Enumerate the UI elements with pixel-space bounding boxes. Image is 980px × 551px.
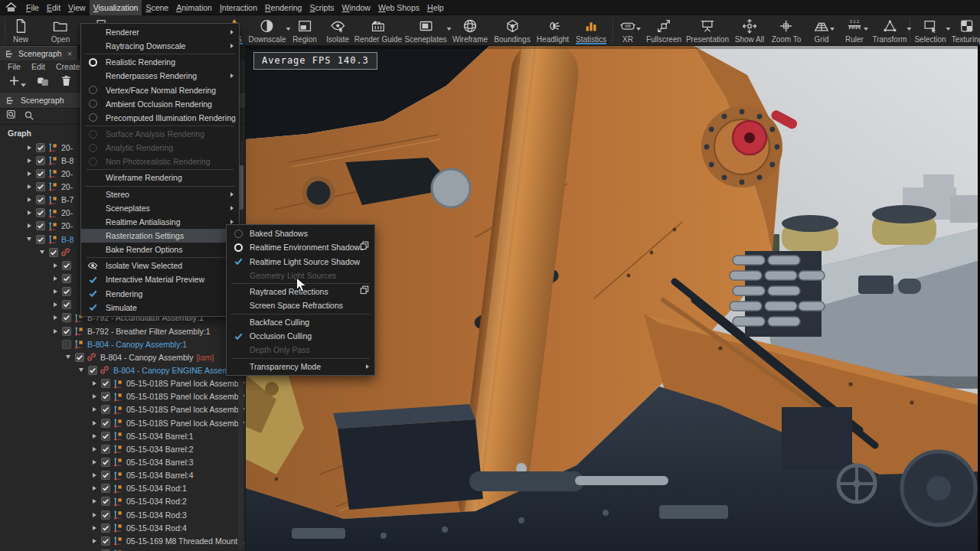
tree-row[interactable]: 05-15-034 Barrel:4 bbox=[0, 469, 246, 482]
menu-item-baked-shadows[interactable]: Baked Shadows bbox=[227, 227, 374, 240]
tree-row[interactable]: 05-15-034 Rod:4 bbox=[0, 521, 246, 534]
expand-arrow-icon[interactable] bbox=[24, 210, 34, 215]
expand-arrow-icon[interactable] bbox=[24, 223, 34, 228]
expand-arrow-icon[interactable] bbox=[90, 513, 99, 517]
expand-arrow-icon[interactable] bbox=[24, 197, 34, 202]
visibility-checkbox[interactable] bbox=[101, 510, 110, 520]
toolbar-zoom-to-button[interactable]: Zoom To bbox=[769, 17, 804, 44]
tree-row[interactable]: 05-15-018S Panel lock Assembly:1 bbox=[0, 377, 246, 390]
expand-arrow-icon[interactable] bbox=[90, 473, 99, 478]
tree-row[interactable]: B-792 - Breather Filter Assembly:1 bbox=[0, 324, 246, 337]
menu-item-backface-culling[interactable]: Backface Culling bbox=[227, 315, 374, 329]
menubar-item-scripts[interactable]: Scripts bbox=[305, 0, 338, 15]
menu-item-vertex-face-normal-rendering[interactable]: Vertex/Face Normal Rendering bbox=[81, 83, 239, 97]
menu-item-realtime-antialiasing[interactable]: Realtime Antialiasing bbox=[81, 215, 239, 229]
expand-arrow-icon[interactable] bbox=[90, 526, 99, 530]
toolbar-texturing-button[interactable]: Texturing bbox=[949, 17, 980, 44]
toolbar-isolate-button[interactable]: Isolate bbox=[324, 17, 351, 44]
expand-arrow-icon[interactable] bbox=[90, 539, 99, 543]
menu-item-realtime-light-source-shadow[interactable]: Realtime Light Source Shadow bbox=[227, 255, 374, 269]
expand-arrow-icon[interactable] bbox=[90, 421, 99, 425]
tree-row[interactable]: 05-15-169 M8 Threaded Mount:2 bbox=[0, 547, 246, 551]
expand-arrow-icon[interactable] bbox=[51, 315, 60, 320]
add-node-button[interactable] bbox=[8, 74, 26, 90]
visibility-checkbox[interactable] bbox=[62, 340, 71, 349]
scenegraph-tab[interactable]: Scenegraph × bbox=[0, 46, 77, 60]
tear-off-panel-icon[interactable] bbox=[360, 240, 369, 254]
menubar-item-scene[interactable]: Scene bbox=[142, 0, 172, 15]
menu-item-sceneplates[interactable]: Sceneplates bbox=[81, 201, 239, 215]
expand-arrow-icon[interactable] bbox=[51, 289, 60, 294]
visibility-checkbox[interactable] bbox=[101, 405, 110, 414]
menu-item-realtime-environment-shadows[interactable]: Realtime Environment Shadows bbox=[227, 240, 374, 254]
menubar-item-visualization[interactable]: Visualization bbox=[90, 0, 142, 15]
expand-arrow-icon[interactable] bbox=[90, 460, 99, 465]
expand-arrow-icon[interactable] bbox=[90, 486, 99, 491]
tree-row[interactable]: 05-15-018S Panel lock Assembly:2 bbox=[0, 390, 246, 403]
toolbar-presentation-button[interactable]: Presentation bbox=[684, 17, 731, 44]
toolbar-grid-button[interactable]: Grid bbox=[811, 17, 832, 44]
menubar-item-edit[interactable]: Edit bbox=[43, 0, 64, 15]
visibility-checkbox[interactable] bbox=[36, 169, 45, 178]
visibility-checkbox[interactable] bbox=[101, 392, 110, 401]
expand-arrow-icon[interactable] bbox=[90, 394, 99, 399]
menu-item-stereo[interactable]: Stereo bbox=[81, 187, 239, 201]
toolbar-region-button[interactable]: Region bbox=[290, 17, 319, 44]
toolbar-sceneplates-button[interactable]: Sceneplates bbox=[402, 17, 449, 44]
visibility-checkbox[interactable] bbox=[101, 458, 110, 467]
toolbar-new-button[interactable]: New bbox=[10, 17, 31, 44]
tab-close-icon[interactable]: × bbox=[67, 49, 72, 58]
expand-arrow-icon[interactable] bbox=[51, 276, 60, 281]
scenegraph-menu-file[interactable]: File bbox=[8, 62, 21, 71]
expand-arrow-icon[interactable] bbox=[24, 158, 34, 163]
visibility-checkbox[interactable] bbox=[101, 432, 110, 441]
dropdown-arrow-icon[interactable] bbox=[830, 28, 835, 31]
dropdown-arrow-icon[interactable] bbox=[864, 28, 868, 31]
delete-button[interactable] bbox=[60, 74, 73, 90]
menu-item-realistic-rendering[interactable]: Realistic Rendering bbox=[81, 55, 239, 69]
menu-item-isolate-view-selected[interactable]: Isolate View Selected bbox=[81, 259, 239, 272]
scenegraph-menu-edit[interactable]: Edit bbox=[31, 62, 45, 71]
toolbar-statistics-button[interactable]: Statistics bbox=[573, 17, 609, 44]
menubar-item-web-shops[interactable]: Web Shops bbox=[374, 0, 423, 15]
visibility-checkbox[interactable] bbox=[101, 445, 110, 454]
expand-arrow-icon[interactable] bbox=[90, 407, 99, 412]
menu-item-bake-render-options[interactable]: Bake Render Options bbox=[81, 243, 239, 256]
expand-arrow-icon[interactable] bbox=[51, 263, 60, 268]
visibility-checkbox[interactable] bbox=[101, 523, 110, 533]
tree-row[interactable]: 05-15-034 Rod:1 bbox=[0, 482, 246, 495]
visibility-checkbox[interactable] bbox=[62, 313, 71, 322]
visibility-checkbox[interactable] bbox=[101, 536, 110, 546]
visibility-checkbox[interactable] bbox=[62, 261, 71, 270]
home-icon[interactable] bbox=[5, 2, 19, 14]
menubar-item-rendering[interactable]: Rendering bbox=[261, 0, 305, 15]
menu-item-ambient-occlusion-rendering[interactable]: Ambient Occlusion Rendering bbox=[81, 97, 239, 111]
visibility-checkbox[interactable] bbox=[101, 471, 110, 480]
menubar-item-help[interactable]: Help bbox=[423, 0, 448, 15]
visibility-checkbox[interactable] bbox=[36, 143, 45, 152]
toolbar-selection-button[interactable]: Selection bbox=[912, 17, 948, 44]
expand-arrow-icon[interactable] bbox=[90, 381, 99, 386]
menu-item-rendering[interactable]: Rendering bbox=[81, 287, 239, 301]
tree-row[interactable]: 05-15-034 Rod:3 bbox=[0, 508, 246, 521]
tree-row[interactable]: B-804 - Canopy Assembly:1 bbox=[0, 337, 246, 350]
visibility-checkbox[interactable] bbox=[36, 235, 45, 244]
visibility-checkbox[interactable] bbox=[101, 379, 110, 388]
expand-arrow-icon[interactable] bbox=[51, 329, 60, 334]
visibility-checkbox[interactable] bbox=[75, 353, 84, 362]
tree-row[interactable]: 05-15-034 Barrel:1 bbox=[0, 429, 246, 442]
visibility-checkbox[interactable] bbox=[62, 300, 71, 309]
tree-row[interactable]: 05-15-034 Barrel:3 bbox=[0, 455, 246, 468]
menu-item-interactive-material-preview[interactable]: Interactive Material Preview bbox=[81, 272, 239, 286]
tree-row[interactable]: B-804 - Canopy ENGINE Assembly [ bbox=[0, 364, 246, 377]
tree-row[interactable]: 05-15-034 Barrel:2 bbox=[0, 442, 246, 455]
tree-row[interactable]: 05-15-169 M8 Threaded Mount:1 bbox=[0, 534, 246, 547]
toolbar-headlight-button[interactable]: Headlight bbox=[534, 17, 571, 44]
expand-arrow-icon[interactable] bbox=[90, 499, 99, 504]
expand-arrow-icon[interactable] bbox=[90, 447, 99, 452]
search-icon[interactable] bbox=[24, 110, 34, 124]
toolbar-show-all-button[interactable]: Show All bbox=[733, 17, 766, 44]
toolbar-transform-button[interactable]: Transform bbox=[870, 17, 909, 44]
visibility-checkbox[interactable] bbox=[62, 274, 71, 283]
visibility-checkbox[interactable] bbox=[62, 287, 71, 296]
